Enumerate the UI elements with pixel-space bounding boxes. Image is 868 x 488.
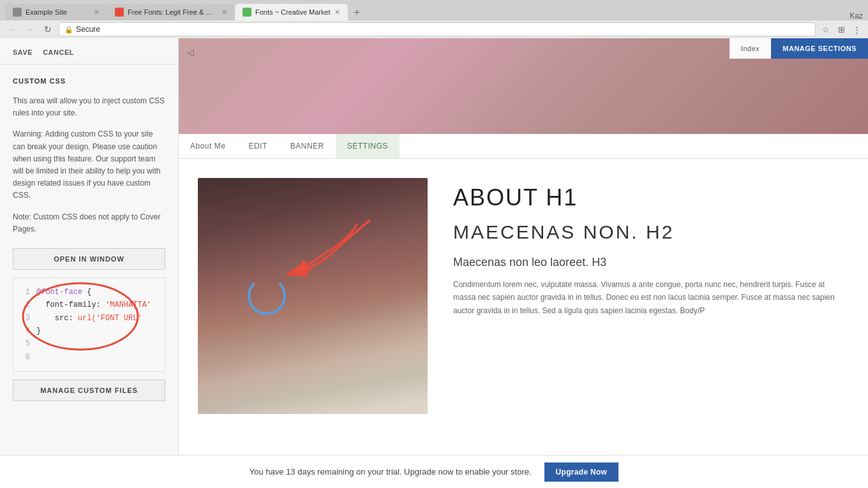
about-h3: Maecenas non leo laoreet. H3 xyxy=(453,256,849,269)
tab-title-1: Example Site xyxy=(26,8,90,16)
website-preview: About Me EDIT BANNER SETTINGS xyxy=(179,38,868,488)
panel-description: This area will allow you to inject custo… xyxy=(13,95,165,119)
code-line-1: 1 @font-face { xyxy=(21,286,157,299)
forward-button[interactable]: → xyxy=(23,22,37,36)
back-button[interactable]: ← xyxy=(5,22,19,36)
code-editor[interactable]: 1 @font-face { 2 font-family: 'MANHATTA'… xyxy=(13,277,165,372)
right-panel: ◁ Index MANAGE SECTIONS About Me EDIT BA… xyxy=(179,38,868,488)
tab-favicon-1 xyxy=(13,8,22,17)
about-h2: MAECENAS NON. H2 xyxy=(453,221,849,243)
tab-edit[interactable]: EDIT xyxy=(237,134,278,158)
portrait-image xyxy=(198,178,428,414)
bottom-banner: You have 13 days remaining on your trial… xyxy=(0,455,868,488)
bookmark-icon[interactable]: ☆ xyxy=(819,23,832,36)
tab-settings[interactable]: SETTINGS xyxy=(336,134,400,158)
site-content-right: ABOUT H1 MAECENAS NON. H2 Maecenas non l… xyxy=(453,178,849,488)
custom-css-title: CUSTOM CSS xyxy=(13,77,165,85)
tab-title-2: Free Fonts: Legit Free & Qual... xyxy=(128,8,218,16)
save-button[interactable]: SAVE xyxy=(13,48,33,56)
tab-close-1[interactable]: ✕ xyxy=(94,8,100,17)
nav-item-manage-sections[interactable]: MANAGE SECTIONS xyxy=(771,38,868,59)
site-section-tabs: About Me EDIT BANNER SETTINGS xyxy=(179,134,868,159)
trial-text: You have 13 days remaining on your trial… xyxy=(250,467,532,477)
site-content: ABOUT H1 MAECENAS NON. H2 Maecenas non l… xyxy=(179,159,868,488)
tab-banner[interactable]: BANNER xyxy=(279,134,336,158)
main-layout: SAVE CANCEL CUSTOM CSS This area will al… xyxy=(0,38,868,488)
address-bar[interactable]: 🔒 Secure xyxy=(59,22,816,36)
lock-icon: 🔒 xyxy=(64,26,73,34)
manage-custom-files-button[interactable]: MANAGE CUSTOM FILES xyxy=(13,380,165,401)
refresh-button[interactable]: ↻ xyxy=(41,22,55,36)
collapse-panel-button[interactable]: ◁ xyxy=(184,46,197,59)
extensions-icon[interactable]: ⊞ xyxy=(835,23,848,36)
about-h1: ABOUT H1 xyxy=(453,184,849,211)
user-name: Kaz xyxy=(849,11,863,20)
tab-favicon-3 xyxy=(243,8,251,17)
url-text: Secure xyxy=(76,25,100,34)
cancel-button[interactable]: CANCEL xyxy=(43,48,74,56)
code-line-6: 6 xyxy=(21,351,157,364)
panel-note: Note: Custom CSS does not apply to Cover… xyxy=(13,211,165,235)
preview-nav: Index MANAGE SECTIONS xyxy=(730,38,868,59)
panel-content: CUSTOM CSS This area will allow you to i… xyxy=(0,64,178,488)
tab-title-3: Fonts ~ Creative Market xyxy=(255,8,331,16)
tab-favicon-2 xyxy=(115,8,124,17)
browser-right-icons: ☆ ⊞ ⋮ xyxy=(819,23,863,36)
browser-tab-2[interactable]: Free Fonts: Legit Free & Qual... ✕ xyxy=(107,4,235,20)
menu-icon[interactable]: ⋮ xyxy=(850,23,863,36)
code-line-3: 3 src: url('FONT URL' xyxy=(21,312,157,325)
browser-tab-3[interactable]: Fonts ~ Creative Market ✕ xyxy=(235,4,348,20)
tab-about-me[interactable]: About Me xyxy=(179,134,237,158)
browser-tab-1[interactable]: Example Site ✕ xyxy=(5,4,107,20)
code-line-4: 4 } xyxy=(21,325,157,337)
tab-close-3[interactable]: ✕ xyxy=(334,8,340,17)
panel-header: SAVE CANCEL xyxy=(0,38,178,64)
code-line-5: 5 xyxy=(21,337,157,350)
code-line-2: 2 font-family: 'MANHATTA' xyxy=(21,299,157,311)
open-in-window-button[interactable]: OPEN IN WINDOW xyxy=(13,248,165,270)
left-panel: SAVE CANCEL CUSTOM CSS This area will al… xyxy=(0,38,179,488)
about-body: Condimentum lorem nec, vulputate massa. … xyxy=(453,278,849,317)
new-tab-button[interactable]: ＋ xyxy=(348,4,366,20)
nav-item-index[interactable]: Index xyxy=(730,38,771,59)
tab-close-2[interactable]: ✕ xyxy=(221,8,227,17)
browser-toolbar: ← → ↻ 🔒 Secure ☆ ⊞ ⋮ xyxy=(0,20,868,38)
upgrade-now-button[interactable]: Upgrade Now xyxy=(544,462,619,482)
browser-chrome: Example Site ✕ Free Fonts: Legit Free & … xyxy=(0,0,868,38)
tab-bar: Example Site ✕ Free Fonts: Legit Free & … xyxy=(0,0,868,20)
panel-warning: Warning: Adding custom CSS to your site … xyxy=(13,128,165,202)
site-content-left xyxy=(198,178,428,488)
loading-indicator xyxy=(248,277,286,315)
